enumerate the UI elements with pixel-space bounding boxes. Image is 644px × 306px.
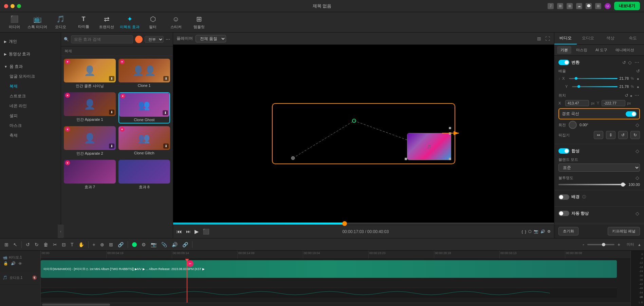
toolbar-filter[interactable]: ⬡ 필터 (142, 14, 164, 31)
apps-icon[interactable]: ⊞ (595, 3, 601, 9)
tl-select-button[interactable]: ↖ (12, 241, 19, 248)
stop-button[interactable]: ⬛ (203, 228, 209, 235)
speed-decrease-button[interactable]: - (581, 241, 586, 248)
scale-y-keyframe-button[interactable]: ⬥ (636, 83, 640, 90)
subtab-animation[interactable]: 애니메이션 (612, 46, 638, 54)
clip-button[interactable]: ⬡ (528, 229, 532, 234)
scale-y-slider[interactable] (572, 86, 618, 87)
transform-toggle[interactable] (558, 60, 569, 65)
effect-clone-ghost[interactable]: ♥ 👥 ⬇ Clone Ghost (118, 92, 170, 123)
tl-settings-button[interactable]: ⚙ (140, 241, 148, 248)
flip-h-button[interactable]: ⇔ (594, 131, 603, 139)
corner-handle-bl[interactable] (405, 158, 407, 160)
grid-icon[interactable]: ⊞ (567, 3, 573, 9)
opacity-keyframe-button[interactable]: ◇ (635, 174, 640, 181)
item-selfie[interactable]: 셀피 (0, 111, 61, 121)
composite-keyframe-button[interactable]: ◇ (635, 148, 640, 154)
mark-in-button[interactable]: { (522, 229, 523, 234)
tl-text-button[interactable]: T (69, 241, 75, 248)
toolbar-effect[interactable]: ✦ 이펙트 효과 (119, 14, 141, 31)
transform-reset-button[interactable]: ↺ (622, 59, 626, 66)
volume-button[interactable]: 🔊 (540, 229, 545, 234)
collapse-panel-button[interactable]: ‹ (58, 225, 61, 238)
meter-button[interactable]: 미터 (625, 241, 636, 248)
background-toggle[interactable] (558, 194, 569, 200)
tl-pan-button[interactable]: ✋ (77, 241, 86, 248)
video-mute-button[interactable]: 🔊 (10, 261, 16, 266)
minimize-button[interactable] (11, 4, 15, 8)
flip-ccw-button[interactable]: ↺ (618, 131, 628, 139)
item-neon-line[interactable]: 네온 라인 (0, 101, 61, 111)
tab-audio[interactable]: 오디오 (577, 33, 599, 44)
fullscreen-icon[interactable]: ⛶ (545, 35, 551, 42)
auto-enhance-toggle[interactable] (558, 211, 569, 216)
scale-reset-button[interactable]: ↺ (636, 69, 640, 74)
corner-handle-br[interactable] (449, 158, 451, 160)
tl-green-point-button[interactable] (130, 241, 139, 248)
chat-icon[interactable]: 💬 (586, 3, 592, 9)
tl-cut-button[interactable]: ✂ (51, 241, 59, 248)
tl-clip-button[interactable]: 📎 (160, 241, 169, 248)
step-back-button[interactable]: ⏭ (186, 229, 190, 234)
tl-delete-button[interactable]: 🗑 (42, 241, 50, 248)
effects-more-button[interactable]: ··· (166, 36, 170, 42)
effects-filter-select[interactable]: 전부 (145, 36, 164, 43)
subtab-masking[interactable]: 마스킹 (573, 46, 591, 54)
grid-view-icon[interactable]: ⊞ (536, 35, 542, 42)
position-more-button[interactable]: ⋯ (634, 92, 640, 99)
scale-x-keyframe-button[interactable]: ⬥ (636, 75, 640, 82)
player-progress-thumb[interactable] (342, 221, 347, 226)
toolbar-stock[interactable]: 📺 스톡 미디어 (26, 14, 48, 31)
transform-keyframe-button[interactable]: ◇ (627, 59, 632, 66)
playhead[interactable] (187, 259, 187, 303)
toolbar-audio[interactable]: 🎵 오디오 (50, 14, 71, 31)
filter-color-button[interactable] (135, 36, 143, 43)
maximize-button[interactable] (17, 4, 21, 8)
tl-link-button[interactable]: 🔗 (181, 241, 190, 248)
section-personal-header[interactable]: ▶ 개인 (0, 37, 61, 46)
video-eye-button[interactable]: 👁 (18, 261, 23, 266)
video-lock-button[interactable]: 🔒 (3, 261, 9, 266)
play-button[interactable]: ▶ (195, 228, 199, 235)
tl-split-button[interactable]: ⊞ (3, 241, 10, 248)
auto-enhance-keyframe-button[interactable]: ◇ (635, 210, 640, 217)
tl-magnetic-button[interactable]: 🔗 (116, 241, 125, 248)
blend-mode-select[interactable]: 표준 (558, 164, 640, 172)
rotation-dial[interactable] (569, 121, 577, 129)
speed-increase-button[interactable]: + (616, 241, 622, 248)
tab-speed[interactable]: 속도 (622, 33, 644, 44)
effect-human-clone-shining[interactable]: ♥ 👤 ⬇ 인간 클론 샤이닝 (64, 59, 116, 90)
export-button[interactable]: 내보내기 (614, 2, 640, 10)
position-reset-button[interactable]: ↺ (625, 92, 628, 99)
composite-toggle[interactable] (558, 148, 569, 154)
position-x-input[interactable] (565, 100, 589, 106)
flip-cw-button[interactable]: ↻ (630, 131, 640, 139)
tl-trim-button[interactable]: ⊟ (60, 241, 68, 248)
section-video-effects-header[interactable]: ▶ 동영상 효과 (0, 49, 61, 59)
flip-v-button[interactable]: ⇕ (606, 131, 615, 139)
toolbar-template[interactable]: ⊞ 템플릿 (188, 14, 210, 31)
send-icon[interactable]: ⤴ (548, 3, 554, 9)
position-y-input[interactable] (602, 100, 625, 106)
effect-7[interactable]: ♥ 효과 7 (64, 160, 116, 191)
corner-handle-r[interactable] (449, 127, 451, 129)
camera-button[interactable]: 📷 (534, 229, 538, 234)
item-mask[interactable]: 마스크 (0, 121, 61, 131)
item-celebration[interactable]: 축제 (0, 131, 61, 140)
background-info-button[interactable]: ⓘ (582, 194, 587, 200)
avatar-icon[interactable]: U (605, 3, 611, 9)
item-stroke[interactable]: 스트로크 (0, 91, 61, 101)
tl-undo-button[interactable]: ↺ (24, 241, 32, 248)
effect-clone-glitch[interactable]: ♥ 👥 ⬇ Clone Glitch (118, 126, 170, 157)
tl-camera-button[interactable]: 📷 (149, 241, 158, 248)
toolbar-media[interactable]: ⬛ 미디어 (3, 14, 25, 31)
rotation-keyframe-button[interactable]: ◇ (635, 121, 640, 128)
subtab-basic[interactable]: 기본 (557, 46, 571, 54)
path-curve-toggle[interactable] (626, 111, 637, 117)
settings-button[interactable]: ⚙ (547, 229, 551, 234)
item-clone[interactable]: 복제 (0, 81, 61, 91)
rewind-button[interactable]: ⏮ (177, 229, 182, 235)
search-input[interactable] (71, 35, 133, 43)
keyframe-panel-button[interactable]: 키프레임 패널 (608, 227, 640, 235)
tab-color[interactable]: 색상 (599, 33, 622, 44)
